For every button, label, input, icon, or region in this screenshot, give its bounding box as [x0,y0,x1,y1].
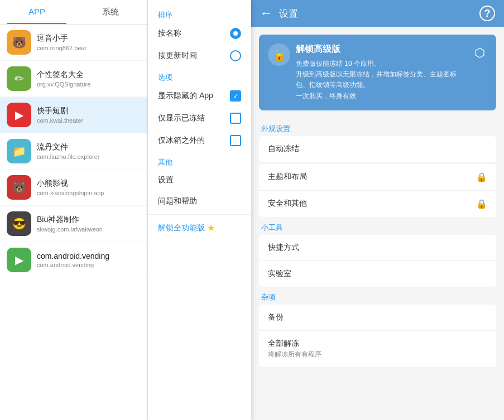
app-pkg: com.liuzho.file.explorer [37,153,100,160]
app-pkg: com.android.vending [37,262,109,268]
tools-section-label: 小工具 [259,218,496,235]
app-icon: 🐻 [7,30,31,55]
upgrade-desc: 免费版仅能冻结 10 个应用。升级到高级版以无限冻结，并增加标签分类、主题图标包… [296,59,457,102]
backup-item[interactable]: 备份 [259,305,496,331]
app-icon: 🐻 [7,175,31,200]
sort-by-name-label: 按名称 [158,28,181,38]
sort-by-name[interactable]: 按名称 [148,22,251,45]
menu-divider [148,214,251,215]
sort-by-time[interactable]: 按更新时间 [148,45,251,67]
settings-label: 设置 [158,175,174,185]
theme-layout-label: 主题和布局 [268,172,307,182]
upgrade-card-left: 🔓 解锁高级版 免费版仅能冻结 10 个应用。升级到高级版以无限冻结，并增加标签… [268,44,457,102]
security-label: 安全和其他 [268,199,307,209]
help-label: 问题和帮助 [158,196,197,206]
star-icon: ★ [207,223,215,233]
sort-section-label: 排序 [148,4,251,22]
settings-menu-item[interactable]: 设置 [148,170,251,191]
only-outside-label: 仅冰箱之外的 [158,136,205,146]
lab-item[interactable]: 实验室 [259,261,496,287]
appearance-section-label: 外观设置 [259,119,496,136]
app-pkg: org.vv.QQSignature [37,81,90,88]
app-pkg: skwojg.com.lafwakweon [37,226,103,233]
show-hidden-label: 显示隐藏的 App [158,91,213,101]
radio-name-selected [230,28,241,39]
app-icon: 😎 [7,211,31,236]
sort-by-time-label: 按更新时间 [158,51,197,61]
list-item[interactable]: 🐻逗音小手com.rong862.bear [0,25,147,61]
upgrade-card[interactable]: 🔓 解锁高级版 免费版仅能冻结 10 个应用。升级到高级版以无限冻结，并增加标签… [259,35,496,110]
app-name: 小熊影视 [37,178,104,189]
radio-time [230,50,241,61]
check-mark: ✓ [233,93,239,100]
only-frozen-checkbox[interactable] [230,113,241,124]
show-hidden-checkbox[interactable]: ✓ [230,90,241,102]
app-name: com.android.vending [37,252,109,260]
app-name: Biu神器制作 [37,215,103,225]
list-item[interactable]: ▶com.android.vendingcom.android.vending [0,242,147,278]
upgrade-icon: 🔓 [268,44,290,66]
security-item[interactable]: 安全和其他 🔒 [259,191,496,217]
app-name: 个性签名大全 [37,70,90,80]
misc-group: 备份 全部解冻 将解冻所有有程序 [259,305,496,367]
only-outside-option[interactable]: 仅冰箱之外的 [148,129,251,152]
app-name: 流丹文件 [37,142,100,152]
lock-icon-theme: 🔒 [476,172,487,182]
app-pkg: com.kwai.theater [37,117,83,124]
app-name: 逗音小手 [37,33,87,44]
page-title: 设置 [279,7,298,20]
appearance-group: 自动冻结 [259,136,496,163]
theme-layout-item[interactable]: 主题和布局 🔒 [259,164,496,191]
list-item[interactable]: 😎Biu神器制作skwojg.com.lafwakweon [0,206,147,242]
auto-freeze-label: 自动冻结 [268,144,299,154]
only-frozen-label: 仅显示已冻结 [158,113,205,123]
app-name: 快手短剧 [37,106,83,116]
list-item[interactable]: ▶快手短剧com.kwai.theater [0,97,147,133]
backup-label: 备份 [268,312,284,322]
settings-header: ← 设置 ? [251,0,504,27]
app-pkg: com.rong862.bear [37,45,87,51]
list-item[interactable]: 📁流丹文件com.liuzho.file.explorer [0,133,147,170]
lab-label: 实验室 [268,269,291,279]
only-frozen-option[interactable]: 仅显示已冻结 [148,107,251,129]
upgrade-title: 解锁高级版 [296,44,457,55]
lock-icon-security: 🔒 [476,199,487,209]
back-button[interactable]: ← [260,6,272,21]
upgrade-arrow-icon[interactable]: ⬡ [472,44,487,62]
unfreeze-all-item[interactable]: 全部解冻 将解冻所有有程序 [259,331,496,367]
theme-security-group: 主题和布局 🔒 安全和其他 🔒 [259,164,496,217]
app-icon: ✏ [7,66,31,91]
options-section-label: 选项 [148,67,251,85]
list-item[interactable]: 🐻小熊影视com.xiaoxiongshipin.app [0,170,147,206]
app-pkg: com.xiaoxiongshipin.app [37,190,104,196]
other-section-label: 其他 [148,152,251,170]
show-hidden-option[interactable]: 显示隐藏的 App ✓ [148,85,251,107]
only-outside-checkbox[interactable] [230,135,241,146]
list-item[interactable]: ✏个性签名大全org.vv.QQSignature [0,61,147,97]
misc-section-label: 杂项 [259,288,496,305]
settings-content: 🔓 解锁高级版 免费版仅能冻结 10 个应用。升级到高级版以无限冻结，并增加标签… [251,27,504,420]
app-icon: ▶ [7,103,31,127]
left-panel: APP 系统 🐻逗音小手com.rong862.bear✏个性签名大全org.v… [0,0,148,420]
right-panel: ← 设置 ? 🔓 解锁高级版 免费版仅能冻结 10 个应用。升级到高级版以无限冻… [251,0,504,420]
unfreeze-all-sub: 将解冻所有有程序 [268,350,321,359]
shortcuts-item[interactable]: 快捷方式 [259,235,496,261]
tab-app[interactable]: APP [0,0,74,24]
dropdown-menu: 排序 按名称 按更新时间 选项 显示隐藏的 App ✓ 仅显示已冻结 仅冰箱之外… [148,0,251,420]
tab-system[interactable]: 系统 [74,0,147,24]
unfreeze-all-label: 全部解冻 [268,339,321,349]
tools-group: 快捷方式 实验室 [259,235,496,287]
auto-freeze-item[interactable]: 自动冻结 [259,136,496,162]
unfreeze-all-text: 全部解冻 将解冻所有有程序 [268,339,321,359]
app-icon: 📁 [7,139,31,163]
app-list: 🐻逗音小手com.rong862.bear✏个性签名大全org.vv.QQSig… [0,25,147,420]
unlock-full-version[interactable]: 解锁全功能版 ★ [148,217,251,239]
upgrade-text: 解锁高级版 免费版仅能冻结 10 个应用。升级到高级版以无限冻结，并增加标签分类… [296,44,457,102]
unlock-full-label: 解锁全功能版 [158,223,205,233]
app-icon: ▶ [7,248,31,272]
help-button[interactable]: ? [479,6,495,21]
header-left: ← 设置 [260,6,298,21]
tab-bar: APP 系统 [0,0,147,25]
help-menu-item[interactable]: 问题和帮助 [148,191,251,212]
shortcuts-label: 快捷方式 [268,243,299,253]
